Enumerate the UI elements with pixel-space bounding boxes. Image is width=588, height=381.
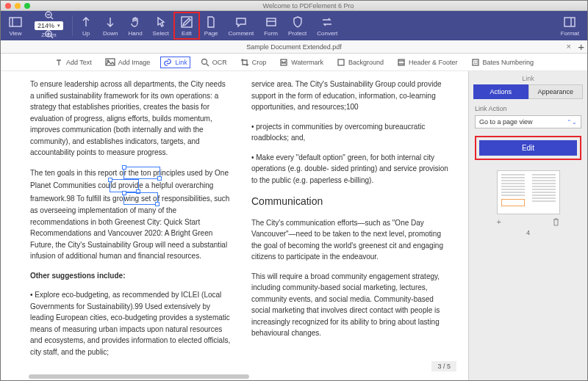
edit-icon [180, 15, 193, 29]
edit-tool-button[interactable]: Edit [174, 12, 199, 39]
convert-icon [320, 15, 334, 29]
panel-tabs: Actions Appearance [473, 84, 583, 99]
link-action-label: Link Action [469, 104, 587, 115]
zoom-out-icon[interactable] [43, 11, 56, 20]
bates-button[interactable]: 12Bates Numbering [468, 57, 537, 68]
svg-rect-0 [10, 18, 21, 26]
window-titlebar: Welcome to PDFelement 6 Pro [1, 1, 587, 11]
paragraph: • Make every "default option" green, for… [251, 152, 452, 186]
svg-rect-10 [267, 18, 276, 26]
zoom-control[interactable]: 214%▾ Zoom [27, 12, 71, 39]
svg-line-3 [51, 17, 53, 19]
hand-icon [129, 15, 142, 29]
document-tab[interactable]: Sample Document Extended.pdf [1, 43, 587, 51]
arrow-up-icon [79, 15, 93, 29]
maximize-window-button[interactable] [24, 3, 30, 9]
add-text-button[interactable]: Add Text [51, 57, 95, 68]
link-action-dropdown[interactable]: Go to a page view ⌃⌄ [475, 115, 581, 128]
add-image-button[interactable]: Add Image [102, 57, 154, 68]
main-area: To ensure leadership across all departme… [1, 71, 587, 380]
svg-rect-19 [338, 59, 344, 65]
crop-button[interactable]: Crop [237, 57, 270, 68]
main-toolbar: View 214%▾ Zoom Up Down Hand Select Edit [1, 11, 587, 40]
page-icon [204, 15, 218, 29]
link-selection-box[interactable]: r the ton pr [123, 167, 160, 180]
doc-column-right: service area. The City's Sustainability … [251, 79, 452, 366]
svg-rect-20 [398, 59, 404, 65]
cursor-icon [154, 15, 168, 29]
edit-toolbar: Add Text Add Image Link OCR Crop Waterma… [1, 54, 587, 71]
view-button[interactable]: View [4, 12, 27, 39]
form-icon [265, 15, 278, 29]
delete-page-icon[interactable] [552, 217, 560, 228]
close-window-button[interactable] [5, 3, 11, 9]
watermark-button[interactable]: Watermark [276, 57, 326, 68]
page-preview: + 4 [469, 170, 587, 236]
comment-icon [234, 15, 248, 29]
window-title: Welcome to PDFelement 6 Pro [34, 2, 583, 10]
paragraph: Other suggestions include: [30, 270, 231, 282]
format-button[interactable]: Format [556, 12, 584, 39]
paragraph: • projects in communities by overcoming … [251, 121, 452, 144]
comment-button[interactable]: Comment [223, 12, 259, 39]
svg-point-16 [201, 59, 207, 64]
convert-button[interactable]: Convert [312, 12, 343, 39]
hand-button[interactable]: Hand [123, 12, 147, 39]
select-button[interactable]: Select [148, 12, 174, 39]
page-button[interactable]: Page [199, 12, 223, 39]
thumbnail-page-number: 4 [526, 229, 530, 236]
edit-button-highlight: Edit [475, 136, 581, 160]
shield-icon [291, 15, 304, 29]
form-button[interactable]: Form [259, 12, 283, 39]
arrow-down-icon [104, 15, 117, 29]
horizontal-scrollbar[interactable] [29, 374, 249, 379]
protect-button[interactable]: Protect [283, 12, 312, 39]
paragraph: service area. The City's Sustainability … [251, 79, 452, 113]
link-tool-button[interactable]: Link [160, 57, 190, 68]
view-icon [9, 15, 22, 29]
svg-rect-14 [106, 59, 115, 65]
zoom-value[interactable]: 214%▾ [35, 21, 63, 30]
edit-link-button[interactable]: Edit [479, 140, 577, 156]
format-icon [563, 15, 576, 29]
close-tab-button[interactable]: × [567, 42, 571, 51]
paragraph: • Explore eco-budgeting, as recommended … [30, 289, 231, 358]
chevron-down-icon: ▾ [57, 23, 60, 29]
panel-title: Link [469, 71, 587, 84]
page-thumbnail[interactable] [497, 170, 560, 214]
separator [72, 15, 73, 36]
svg-text:12: 12 [473, 60, 478, 65]
new-tab-button[interactable]: + [578, 40, 584, 53]
up-button[interactable]: Up [74, 12, 98, 39]
svg-rect-18 [281, 59, 287, 65]
background-button[interactable]: Background [334, 57, 387, 68]
paragraph: This will require a broad community enga… [251, 271, 452, 339]
paragraph: The ten goals in this report or the ton … [30, 167, 231, 262]
minimize-window-button[interactable] [15, 3, 21, 9]
header-footer-button[interactable]: Header & Footer [394, 57, 461, 68]
add-page-button[interactable]: + [497, 217, 501, 228]
doc-column-left: To ensure leadership across all departme… [30, 79, 231, 366]
document-view[interactable]: To ensure leadership across all departme… [1, 71, 468, 380]
tab-appearance[interactable]: Appearance [528, 84, 584, 99]
tab-actions[interactable]: Actions [473, 84, 528, 99]
ocr-button[interactable]: OCR [198, 57, 230, 68]
svg-line-17 [207, 64, 209, 66]
document-tab-bar: Sample Document Extended.pdf × + [1, 40, 587, 54]
link-selection-box[interactable]: wing set o [123, 192, 158, 206]
link-properties-panel: Link Actions Appearance Link Action Go t… [468, 71, 587, 380]
heading: Communication [251, 194, 452, 210]
down-button[interactable]: Down [98, 12, 123, 39]
paragraph: The City's communication efforts—such as… [251, 217, 452, 263]
svg-rect-12 [564, 18, 575, 26]
dropdown-caret-icon: ⌃⌄ [567, 119, 577, 126]
page-indicator: 3 / 5 [431, 361, 456, 371]
paragraph: To ensure leadership across all departme… [30, 79, 231, 159]
